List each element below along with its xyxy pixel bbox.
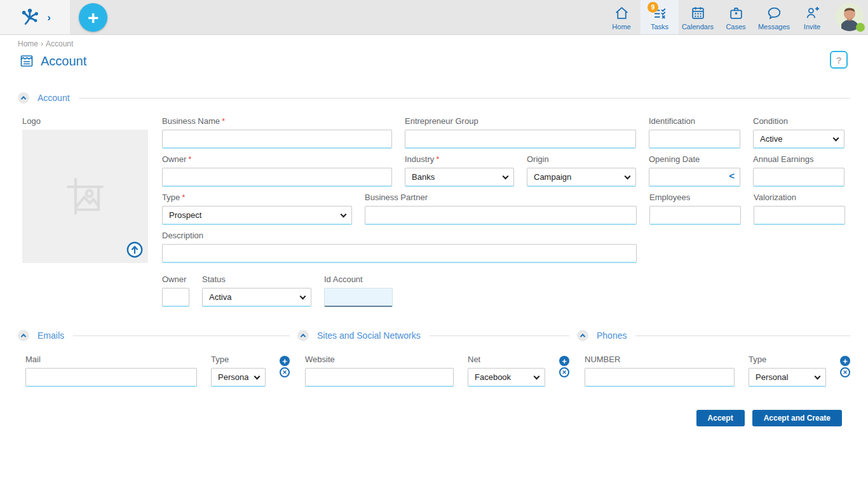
chat-icon [766,5,782,21]
emails-section-header: Emails [18,330,290,341]
website-label: Website [305,355,454,364]
breadcrumb-separator: › [41,39,43,48]
owner-small-label: Owner [162,274,189,284]
required-mark: * [188,154,191,164]
nav-messages[interactable]: Messages [755,0,793,34]
date-picker-icon[interactable]: < [729,170,735,181]
topbar-spacer [107,0,602,34]
condition-select[interactable]: Active [753,130,844,149]
remove-phone-button[interactable]: ✕ [840,367,850,377]
description-input[interactable] [162,244,637,263]
type-select[interactable]: Prospect [162,206,352,225]
employees-label: Employees [649,193,741,202]
account-section-title: Account [37,93,70,103]
number-label: NUMBER [585,355,735,364]
app-logo-area[interactable]: › [0,0,70,34]
logo-dropzone[interactable] [22,130,148,263]
business-partner-label: Business Partner [365,193,637,202]
net-select[interactable]: Facebook [468,368,545,387]
accept-and-create-button[interactable]: Accept and Create [752,410,842,426]
nav-cases[interactable]: Cases [717,0,755,34]
main-nav: Home 9 Tasks Calendars [602,0,831,34]
email-type-select[interactable]: Personal [211,368,266,387]
phones-section-header: Phones [577,330,850,341]
sites-section: Sites and Social Networks Website Net Fa… [297,330,569,387]
upload-logo-button[interactable] [126,241,143,258]
breadcrumb-current: Account [46,39,73,48]
owner-label: Owner* [162,154,392,164]
nav-calendars[interactable]: Calendars [679,0,717,34]
origin-label: Origin [527,154,636,164]
user-menu[interactable] [831,0,868,34]
id-account-label: Id Account [324,274,393,284]
website-input[interactable] [305,368,454,387]
condition-label: Condition [753,116,844,126]
annual-earnings-input[interactable] [753,168,844,187]
nav-label: Tasks [651,23,668,30]
calendar-icon [690,5,706,21]
mail-label: Mail [25,355,197,364]
collapse-sites-icon[interactable] [297,330,309,341]
remove-email-button[interactable]: ✕ [280,367,290,377]
topbar: › + Home 9 Tasks [0,0,868,35]
collapse-account-icon[interactable] [18,92,29,104]
required-mark: * [436,154,439,164]
industry-label: Industry* [405,154,514,164]
page-header: Account [19,53,868,69]
nav-invite[interactable]: Invite [793,0,831,34]
status-select[interactable]: Activa [202,288,311,307]
nav-label: Messages [758,23,790,30]
description-label: Description [162,231,637,240]
industry-select[interactable]: Banks [405,168,514,187]
form-actions: Accept Accept and Create [0,410,842,426]
number-input[interactable] [585,368,735,387]
required-mark: * [182,193,185,202]
home-icon [614,5,630,21]
required-mark: * [222,116,225,126]
phones-section-title: Phones [597,330,627,341]
entrepreneur-group-input[interactable] [405,130,636,149]
emails-section-title: Emails [37,330,64,341]
collapse-phones-icon[interactable] [577,330,588,341]
briefcase-icon [728,5,744,21]
add-site-button[interactable]: + [559,356,569,366]
image-placeholder-icon [62,173,108,219]
emails-section: Emails Mail Type Personal + ✕ [18,330,290,387]
remove-site-button[interactable]: ✕ [559,367,569,377]
add-phone-button[interactable]: + [840,356,850,366]
net-label: Net [468,355,545,364]
nav-tasks[interactable]: 9 Tasks [641,0,679,34]
breadcrumb-home[interactable]: Home [18,39,38,48]
owner-input[interactable] [162,168,392,187]
business-name-label: Business Name* [162,116,392,126]
phone-type-label: Type [749,355,826,364]
phone-type-select[interactable]: Personal [749,368,826,387]
expand-sidebar-icon[interactable]: › [47,12,51,23]
collapse-emails-icon[interactable] [18,330,29,341]
nav-home[interactable]: Home [602,0,641,34]
valorization-input[interactable] [754,206,845,225]
sites-section-title: Sites and Social Networks [317,330,421,341]
accept-button[interactable]: Accept [696,410,745,426]
type-label: Type* [162,193,352,202]
opening-date-input[interactable] [649,168,740,187]
employees-input[interactable] [649,206,741,225]
origin-select[interactable]: Campaign [527,168,636,187]
mail-input[interactable] [25,368,197,387]
help-button[interactable]: ? [830,51,848,69]
online-status-dot [856,23,865,32]
bottom-sections: Emails Mail Type Personal + ✕ S [18,330,850,387]
add-new-button[interactable]: + [79,3,107,32]
owner-small-input[interactable] [162,288,189,307]
email-type-label: Type [211,355,266,364]
divider [73,336,290,336]
nav-label: Cases [726,23,745,30]
divider [635,336,850,336]
phones-section: Phones NUMBER Type Personal + ✕ [577,330,850,387]
identification-input[interactable] [649,130,740,149]
business-name-input[interactable] [162,130,392,149]
business-partner-input[interactable] [365,206,637,225]
account-form-icon [19,53,34,69]
add-email-button[interactable]: + [280,356,290,366]
id-account-input[interactable] [324,288,393,307]
